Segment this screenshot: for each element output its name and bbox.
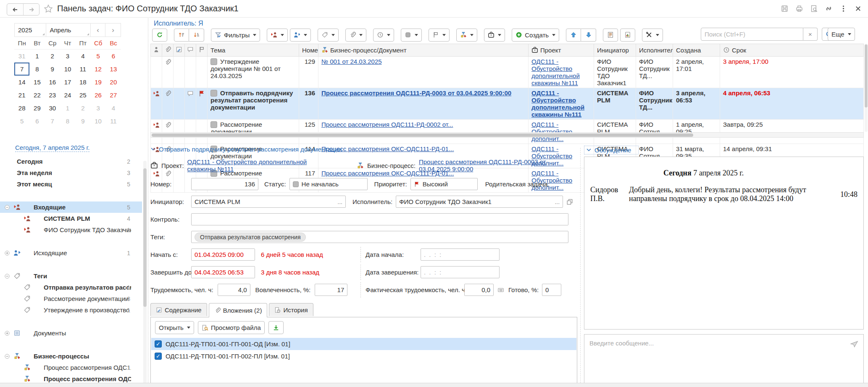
calendar-day[interactable]: 8 [29,63,45,76]
collapse-icon[interactable] [4,353,10,359]
report-button[interactable] [620,29,635,42]
calendar-day[interactable]: 6 [106,50,121,63]
col-due[interactable]: Срок [720,44,864,56]
list-view-button[interactable] [603,29,618,42]
tab-content[interactable]: Содержание [150,303,207,316]
create-button[interactable]: Создать [512,29,559,42]
tab-history[interactable]: История [269,303,313,316]
print-icon[interactable] [795,5,803,13]
calendar-day-selected[interactable]: 7 [14,63,29,76]
calendar-day[interactable]: 2 [45,50,60,63]
calendar-day[interactable]: 12 [90,63,105,76]
move-up-button[interactable] [566,29,581,42]
sidebar-item[interactable]: Отправка результатов рассмо... 1 [0,282,142,293]
calendar-day[interactable]: 20 [106,76,121,89]
involvement-field[interactable]: 17 [315,284,347,296]
collapse-icon[interactable] [4,273,10,279]
calendar-month-select[interactable]: Апрель [46,24,90,37]
business-process-link[interactable]: № 001 от 24.03.2025 [321,58,382,65]
calendar-year-select[interactable]: 2025 [15,24,46,37]
calendar-day[interactable]: 11 [106,115,121,128]
sort-desc-button[interactable] [189,29,204,42]
sidebar-item[interactable]: Эта неделя 3 [0,167,142,178]
deadline-filter-button[interactable] [373,29,394,42]
business-process-filter-button[interactable] [456,29,477,42]
calendar-next-button[interactable]: › [105,24,121,37]
col-project[interactable]: Проект [529,44,594,56]
calendar-day[interactable]: 10 [90,115,105,128]
number-field[interactable]: 136 [191,178,258,190]
table-vertical-scrollbar[interactable] [865,44,868,132]
sidebar-item[interactable]: Документы [0,327,142,339]
calendar-day[interactable]: 3 [60,50,75,63]
preview-icon[interactable] [810,5,818,13]
executor-select-button[interactable]: ... [552,199,560,205]
business-process-link[interactable]: Процесс рассмотрения ОДС111-РД-0003 от 0… [321,89,511,97]
collapse-icon[interactable] [4,204,10,210]
task-row[interactable]: Утверждение документации № 001 от 24.03.… [151,56,864,88]
col-comment-icon[interactable] [185,44,196,56]
calendar-day[interactable]: 9 [75,115,90,128]
sidebar-item[interactable]: Сегодня 2 [0,156,142,167]
sidebar-item[interactable]: Рассмотрение документации 3 [0,293,142,304]
calendar-day[interactable]: 5 [14,115,29,128]
project-link[interactable]: ОДС111 - Обустройство дополнительной скв… [187,158,332,173]
calendar-day[interactable]: 19 [90,76,105,89]
task-checkbox[interactable] [210,58,217,65]
col-doc[interactable]: Бизнес-процесс/Документ [318,44,529,56]
flag-filter-button[interactable] [429,29,450,42]
sidebar-item[interactable]: Исходящие 1 [0,247,142,259]
sidebar-item[interactable]: Процесс рассмотрения ОДС1... 1 [0,362,142,373]
calendar-day[interactable]: 29 [29,102,45,115]
refresh-button[interactable] [152,29,167,42]
search-input[interactable] [701,28,803,41]
calendar-day[interactable]: 10 [60,63,75,76]
calendar-day[interactable]: 18 [75,76,90,89]
more-button[interactable]: Еще [828,28,855,41]
business-process-link[interactable]: Процесс рассмотрения ОДС111-РД-0003 от 0… [419,158,577,173]
sidebar-scrollbar[interactable] [143,161,147,387]
table-vertical-scrollbar-thumb[interactable] [865,44,868,107]
project-link[interactable]: ОДС111 - Обустройство дополнит... [531,121,572,142]
calendar-day[interactable]: 27 [106,89,121,102]
more-menu-icon[interactable] [839,5,847,13]
calendar-day[interactable]: 11 [75,63,90,76]
col-initiator[interactable]: Инициатор [594,44,636,56]
message-input[interactable]: Введите сообщение... [584,334,864,387]
col-created[interactable]: Создана [673,44,720,56]
calendar-day[interactable]: 13 [106,63,121,76]
start-date-field[interactable]: . . : : [421,248,500,261]
calendar-day[interactable]: 8 [60,115,75,128]
save-icon[interactable] [781,5,789,13]
calendar-day[interactable]: 30 [45,102,60,115]
tags-filter-button[interactable] [318,29,339,42]
col-number[interactable]: Номер [299,44,318,56]
close-icon[interactable] [854,5,862,13]
calendar-day[interactable]: 24 [60,89,75,102]
calendar-day[interactable]: 3 [90,102,105,115]
calendar-day[interactable]: 23 [45,89,60,102]
table-horizontal-scrollbar[interactable] [150,132,864,138]
col-executor[interactable]: Исполнитель [636,44,673,56]
calendar-day[interactable]: 21 [14,89,29,102]
send-icon[interactable] [850,340,858,348]
project-filter-button[interactable] [484,29,505,42]
actual-effort-field[interactable]: 0,0 [464,284,494,296]
settings-tools-button[interactable] [642,29,663,42]
link-icon[interactable] [825,5,833,13]
view-file-button[interactable]: Просмотр файла [198,321,265,334]
calendar-day[interactable]: 15 [29,76,45,89]
today-link[interactable]: Сегодня, 7 апреля 2025 г. [15,144,89,152]
sidebar-scrollbar-thumb[interactable] [143,168,147,307]
calendar-day[interactable]: 1 [60,102,75,115]
control-field[interactable] [191,213,568,225]
sidebar-item[interactable]: Теги [0,270,142,282]
open-window-icon[interactable] [566,199,573,205]
finish-date-field[interactable]: . . : : [421,266,500,278]
search-clear-button[interactable]: × [803,28,818,41]
status-filter-button[interactable] [401,29,422,42]
calendar-day[interactable]: 5 [90,50,105,63]
project-link[interactable]: ОДС111 - Обустройство дополнительной скв… [531,58,580,86]
expand-icon[interactable] [4,250,10,256]
calendar-day[interactable]: 28 [14,102,29,115]
